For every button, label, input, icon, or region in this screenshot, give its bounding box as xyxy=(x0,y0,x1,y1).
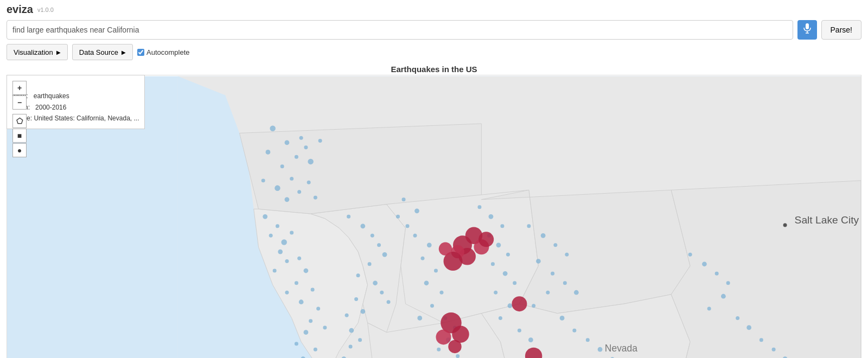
polygon-tool-button[interactable]: ⬠ xyxy=(12,114,27,128)
svg-point-80 xyxy=(434,269,438,273)
app-title: eviza xyxy=(7,3,33,16)
app-version: v1.0.0 xyxy=(37,7,54,13)
svg-point-48 xyxy=(323,325,327,329)
svg-point-66 xyxy=(356,273,360,277)
visualization-button[interactable]: Visualization ▶ xyxy=(7,44,68,60)
svg-point-44 xyxy=(285,291,289,295)
svg-point-125 xyxy=(402,197,406,201)
svg-point-77 xyxy=(413,234,417,238)
svg-point-27 xyxy=(290,177,293,181)
svg-point-28 xyxy=(285,197,290,202)
svg-point-72 xyxy=(345,314,349,317)
svg-point-21 xyxy=(280,164,284,168)
svg-point-79 xyxy=(421,257,425,260)
svg-point-129 xyxy=(500,224,504,228)
svg-text:Salt Lake City: Salt Lake City xyxy=(795,214,859,226)
svg-point-113 xyxy=(707,306,711,310)
svg-point-31 xyxy=(314,196,317,200)
svg-point-69 xyxy=(387,300,391,304)
svg-point-60 xyxy=(347,215,350,219)
svg-point-29 xyxy=(297,190,301,194)
svg-point-151 xyxy=(436,329,451,344)
svg-point-97 xyxy=(563,281,567,285)
svg-point-41 xyxy=(304,268,309,273)
map-controls: + − ⬠ ■ ● xyxy=(12,81,27,157)
query-info-panel: who: what: earthquakes when: 2000-2016 w… xyxy=(7,75,145,129)
svg-point-137 xyxy=(508,303,513,308)
svg-point-135 xyxy=(513,281,516,285)
svg-point-5 xyxy=(783,223,787,227)
svg-point-100 xyxy=(532,304,535,308)
svg-point-71 xyxy=(354,297,358,301)
svg-point-43 xyxy=(311,287,315,291)
svg-point-108 xyxy=(688,253,692,257)
svg-point-68 xyxy=(380,291,384,295)
svg-point-95 xyxy=(536,259,541,264)
svg-point-93 xyxy=(553,243,557,247)
svg-point-91 xyxy=(527,224,531,228)
svg-point-123 xyxy=(396,215,400,219)
svg-point-99 xyxy=(546,291,550,295)
svg-point-111 xyxy=(726,281,730,285)
svg-point-51 xyxy=(314,348,317,351)
svg-point-146 xyxy=(478,232,494,247)
svg-point-46 xyxy=(316,306,320,310)
svg-point-19 xyxy=(299,136,303,140)
mic-button[interactable] xyxy=(797,20,817,40)
visualization-arrow-icon: ▶ xyxy=(56,49,61,55)
mic-icon xyxy=(803,23,812,36)
svg-point-127 xyxy=(477,205,481,209)
svg-point-30 xyxy=(307,181,311,184)
svg-point-22 xyxy=(266,150,271,155)
autocomplete-text: Autocomplete xyxy=(146,48,190,56)
autocomplete-toggle[interactable]: Autocomplete xyxy=(137,48,190,56)
map-title: Earthquakes in the US xyxy=(0,62,868,75)
svg-point-96 xyxy=(551,272,554,276)
svg-point-88 xyxy=(437,348,441,351)
datasource-button[interactable]: Data Source ▶ xyxy=(72,44,133,60)
svg-point-83 xyxy=(430,304,434,308)
parse-button[interactable]: Parse! xyxy=(821,20,861,40)
svg-point-49 xyxy=(304,330,309,335)
svg-point-148 xyxy=(439,242,452,255)
svg-point-64 xyxy=(382,252,387,257)
what-value: earthquakes xyxy=(34,92,69,100)
svg-point-40 xyxy=(297,257,301,260)
svg-point-138 xyxy=(499,316,502,320)
svg-point-36 xyxy=(290,231,293,235)
svg-point-78 xyxy=(427,242,432,247)
svg-point-50 xyxy=(295,342,298,346)
svg-point-94 xyxy=(565,253,569,257)
svg-point-110 xyxy=(715,272,719,276)
svg-point-103 xyxy=(586,338,590,342)
autocomplete-checkbox[interactable] xyxy=(137,49,144,56)
search-input[interactable] xyxy=(7,20,793,40)
svg-point-17 xyxy=(285,140,290,145)
svg-point-47 xyxy=(309,319,312,323)
datasource-arrow-icon: ▶ xyxy=(122,49,126,55)
svg-point-101 xyxy=(560,316,565,321)
svg-point-75 xyxy=(349,344,353,348)
svg-point-70 xyxy=(360,309,365,314)
svg-point-16 xyxy=(270,125,275,131)
svg-point-81 xyxy=(424,280,429,285)
svg-point-92 xyxy=(541,233,546,238)
svg-point-42 xyxy=(295,281,298,285)
square-tool-button[interactable]: ■ xyxy=(12,129,27,143)
svg-point-35 xyxy=(281,239,286,245)
svg-point-24 xyxy=(318,139,322,143)
svg-point-63 xyxy=(377,243,381,247)
visualization-label: Visualization xyxy=(14,48,53,56)
svg-point-61 xyxy=(360,223,365,228)
svg-point-114 xyxy=(736,316,739,320)
svg-point-73 xyxy=(349,328,354,333)
svg-point-45 xyxy=(299,299,304,304)
svg-point-152 xyxy=(448,340,461,353)
svg-point-98 xyxy=(574,290,579,295)
svg-point-67 xyxy=(373,280,378,285)
svg-point-104 xyxy=(598,347,603,352)
circle-tool-button[interactable]: ● xyxy=(12,143,27,157)
zoom-out-button[interactable]: − xyxy=(12,95,27,110)
svg-point-39 xyxy=(273,269,277,273)
zoom-in-button[interactable]: + xyxy=(12,81,27,95)
